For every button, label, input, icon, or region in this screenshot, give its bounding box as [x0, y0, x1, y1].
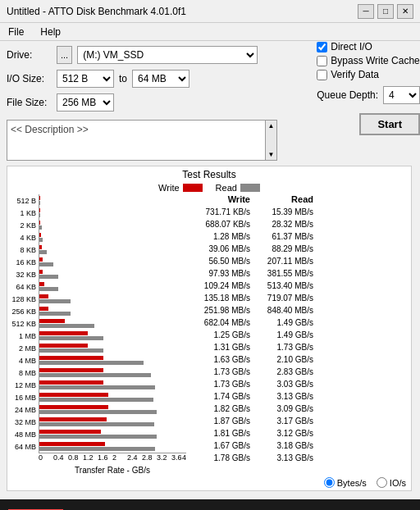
bar-row-17: [39, 403, 186, 416]
result-row-7: 135.18 MB/s719.07 MB/s: [191, 292, 313, 304]
result-write-0: 731.71 KB/s: [191, 207, 250, 216]
bar-row-16: [39, 391, 186, 403]
read-bar-18: [39, 422, 154, 426]
result-write-10: 1.25 GB/s: [191, 330, 250, 339]
result-write-14: 1.73 GB/s: [191, 380, 250, 389]
read-bar-5: [39, 262, 53, 266]
io-to-label: to: [119, 73, 127, 84]
result-write-4: 56.50 MB/s: [191, 257, 250, 266]
scroll-down-arrow[interactable]: ▼: [267, 149, 276, 160]
verify-data-checkbox[interactable]: [317, 70, 327, 80]
write-bar-2: [39, 221, 40, 225]
write-bar-3: [39, 233, 41, 237]
window-title: Untitled - ATTO Disk Benchmark 4.01.0f1: [7, 6, 186, 17]
read-bar-15: [39, 385, 155, 389]
window-controls: ─ □ ✕: [358, 4, 413, 19]
result-row-16: 1.82 GB/s3.09 GB/s: [191, 403, 313, 415]
y-label-9: 256 KB: [7, 305, 39, 317]
menu-help[interactable]: Help: [37, 25, 64, 39]
x-tick-28: 2.8: [142, 453, 153, 462]
y-label-6: 32 KB: [7, 268, 39, 280]
bar-row-6: [39, 268, 186, 280]
io-radio[interactable]: [377, 477, 387, 488]
read-bar-13: [39, 361, 144, 365]
result-row-8: 251.98 MB/s848.40 MB/s: [191, 304, 313, 316]
direct-io-checkbox[interactable]: [317, 42, 327, 52]
read-bar-6: [39, 275, 58, 279]
write-bar-19: [39, 430, 101, 434]
result-row-6: 109.24 MB/s513.40 MB/s: [191, 280, 313, 292]
write-bar-20: [39, 442, 105, 446]
read-bar-16: [39, 398, 153, 402]
x-tick-32: 3.2: [157, 453, 167, 462]
y-label-13: 4 MB: [7, 354, 39, 367]
y-label-0: 512 B: [7, 194, 39, 207]
read-bar-2: [39, 225, 42, 230]
write-bar-16: [39, 393, 108, 397]
result-read-14: 3.03 GB/s: [254, 380, 313, 389]
minimize-button[interactable]: ─: [358, 4, 374, 19]
scroll-up-arrow[interactable]: ▲: [267, 121, 276, 131]
write-bar-5: [39, 257, 43, 262]
result-row-1: 688.07 KB/s28.32 MB/s: [191, 218, 313, 230]
close-button[interactable]: ✕: [397, 4, 413, 19]
direct-io-row: Direct I/O: [317, 41, 420, 52]
result-write-18: 1.81 GB/s: [191, 429, 250, 438]
result-write-13: 1.73 GB/s: [191, 367, 250, 376]
queue-depth-select[interactable]: 4 1 2 8: [383, 86, 420, 104]
result-row-14: 1.73 GB/s3.03 GB/s: [191, 378, 313, 390]
bypass-write-checkbox[interactable]: [317, 56, 327, 66]
y-label-7: 64 KB: [7, 280, 39, 293]
result-read-12: 2.10 GB/s: [254, 355, 313, 364]
x-tick-2: 2: [112, 453, 116, 462]
result-row-17: 1.87 GB/s3.17 GB/s: [191, 415, 313, 427]
bar-row-1: [39, 207, 186, 219]
bar-row-12: [39, 342, 186, 354]
read-bar-20: [39, 447, 155, 451]
bypass-write-label: Bypass Write Cache: [331, 55, 420, 66]
result-write-3: 39.06 MB/s: [191, 244, 250, 253]
drive-select[interactable]: (M:) VM_SSD: [77, 46, 258, 64]
bar-row-10: [39, 317, 186, 330]
x-tick-08: 0.8: [68, 453, 79, 462]
browse-button[interactable]: ...: [57, 46, 72, 64]
result-write-19: 1.67 GB/s: [191, 441, 250, 450]
read-bar-11: [39, 336, 103, 340]
result-write-8: 251.98 MB/s: [191, 306, 250, 315]
y-label-17: 24 MB: [7, 403, 39, 416]
result-row-4: 56.50 MB/s207.11 MB/s: [191, 255, 313, 267]
read-bar-0: [39, 201, 40, 205]
result-row-15: 1.74 GB/s3.13 GB/s: [191, 390, 313, 403]
x-axis: 0 0.4 0.8 1.2 1.6 2 2.4 2.8 3.2 3.6 4: [7, 453, 186, 465]
results-rows: 731.71 KB/s15.39 MB/s688.07 KB/s28.32 MB…: [191, 206, 313, 464]
bytes-label: Bytes/s: [337, 478, 367, 488]
menu-file[interactable]: File: [5, 25, 27, 39]
right-controls: Direct I/O Bypass Write Cache Verify Dat…: [317, 41, 420, 135]
x-tick-04: 0.4: [53, 453, 64, 462]
result-write-16: 1.82 GB/s: [191, 404, 250, 413]
write-bar-11: [39, 331, 88, 335]
result-read-11: 1.73 GB/s: [254, 343, 313, 352]
io-label: I/O Size:: [7, 73, 52, 84]
write-legend: Write: [158, 183, 202, 193]
results-table: Write Read 731.71 KB/s15.39 MB/s688.07 K…: [186, 194, 313, 475]
x-axis-title: Transfer Rate - GB/s: [7, 465, 186, 475]
chart-legend: Write Read: [7, 183, 411, 193]
y-label-8: 128 KB: [7, 293, 39, 305]
read-legend: Read: [216, 183, 260, 193]
io-from-select[interactable]: 512 B: [57, 70, 114, 88]
write-legend-color: [183, 184, 203, 192]
io-to-select[interactable]: 64 MB: [132, 70, 189, 88]
y-label-16: 16 MB: [7, 391, 39, 403]
read-bar-4: [39, 250, 47, 254]
results-header: Write Read: [191, 194, 313, 206]
queue-depth-row: Queue Depth: 4 1 2 8: [317, 86, 420, 104]
bar-row-4: [39, 244, 186, 256]
maximize-button[interactable]: □: [377, 4, 394, 19]
read-bar-19: [39, 435, 157, 439]
result-write-5: 97.93 MB/s: [191, 269, 250, 278]
bytes-radio[interactable]: [324, 477, 335, 488]
start-button[interactable]: Start: [359, 113, 420, 135]
file-size-select[interactable]: 256 MB: [57, 93, 114, 112]
bar-row-0: [39, 194, 186, 207]
